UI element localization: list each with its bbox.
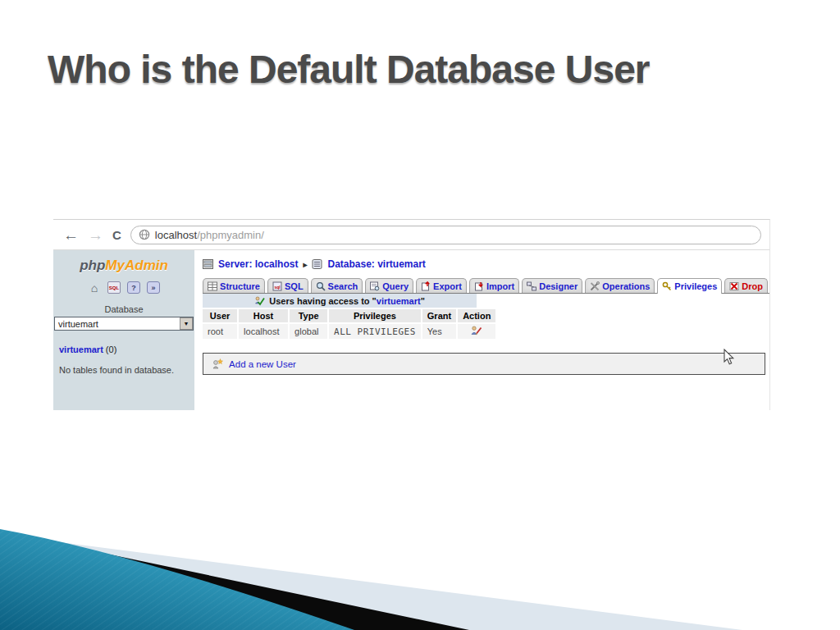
structure-icon: [208, 281, 217, 291]
docs-icon[interactable]: »: [147, 281, 160, 294]
cell-grant: Yes: [422, 324, 456, 339]
url-text: localhost/phpmyadmin/: [155, 229, 264, 241]
tab-structure[interactable]: Structure: [203, 278, 265, 293]
svg-text:sql: sql: [274, 285, 281, 290]
tab-strip: Structure sql SQL Search Query Export: [203, 277, 769, 294]
cell-user: root: [203, 324, 237, 339]
add-user-icon: [212, 358, 223, 369]
tab-query[interactable]: Query: [365, 278, 413, 293]
col-privileges[interactable]: Privileges: [329, 309, 421, 322]
users-caption: Users having access to "virtuemart": [203, 294, 477, 308]
tab-import[interactable]: Import: [469, 278, 519, 293]
export-icon: [421, 281, 431, 291]
database-label: Database: [53, 304, 194, 314]
pma-content: Server: localhost ▸ Database: virtuemart…: [194, 250, 769, 410]
table-header-row: User Host Type Privileges Grant Action: [203, 309, 495, 322]
breadcrumb-database[interactable]: Database: virtuemart: [327, 258, 425, 270]
database-icon: [312, 259, 322, 269]
sql-icon: sql: [272, 281, 282, 291]
forward-icon[interactable]: →: [88, 227, 103, 243]
back-icon[interactable]: ←: [63, 227, 79, 243]
globe-icon: [139, 229, 150, 240]
col-type[interactable]: Type: [290, 309, 327, 322]
caption-text: Users having access to "virtuemart": [269, 296, 425, 306]
server-icon: [203, 259, 213, 269]
decor-teal-triangle: [0, 529, 354, 630]
chevron-down-icon[interactable]: ▼: [180, 317, 193, 330]
tab-drop[interactable]: Drop: [724, 278, 768, 293]
url-host: localhost: [155, 229, 197, 241]
designer-icon: [527, 281, 536, 291]
phpmyadmin-logo: phpMyAdmin: [53, 258, 194, 274]
query-icon: [370, 281, 380, 291]
pma-sidebar: phpMyAdmin ⌂ SQL ? » Database virtuemart…: [53, 250, 194, 410]
breadcrumb-server[interactable]: Server: localhost: [218, 258, 298, 270]
privileges-icon: [662, 281, 672, 291]
browser-toolbar: ← → C localhost/phpmyadmin/: [53, 220, 769, 250]
import-icon: [474, 281, 484, 291]
url-path: /phpmyadmin/: [197, 229, 264, 241]
edit-privileges-icon[interactable]: [471, 326, 482, 336]
reload-icon[interactable]: C: [112, 228, 121, 242]
cell-action: [458, 324, 495, 339]
drop-icon: [729, 281, 739, 291]
help-icon[interactable]: ?: [127, 281, 140, 294]
col-grant[interactable]: Grant: [422, 309, 456, 322]
sidebar-icon-row: ⌂ SQL ? »: [53, 281, 194, 294]
mouse-cursor: [724, 349, 735, 366]
home-icon[interactable]: ⌂: [88, 281, 101, 294]
search-icon: [316, 281, 326, 291]
operations-icon: [590, 281, 600, 291]
slide-canvas: { "slide": { "title": "Who is the Defaul…: [0, 0, 840, 630]
caption-database-name: virtuemart: [377, 296, 421, 306]
page-title: Who is the Default Database User: [48, 47, 786, 92]
database-link[interactable]: virtuemart: [59, 345, 103, 354]
add-user-fieldset: Add a new User: [203, 353, 765, 375]
cell-host: localhost: [239, 324, 288, 339]
database-tree-item: virtuemart (0): [53, 345, 194, 354]
col-action[interactable]: Action: [458, 309, 495, 322]
cell-type: global: [290, 324, 327, 339]
check-user-icon: [254, 296, 265, 306]
tab-privileges[interactable]: Privileges: [657, 278, 722, 294]
browser-screenshot: ← → C localhost/phpmyadmin/ phpMyAdmin ⌂…: [53, 219, 770, 410]
add-user-link[interactable]: Add a new User: [229, 359, 296, 369]
decor-black-triangle: [48, 541, 469, 630]
table-count: (0): [106, 345, 116, 354]
cell-privileges: ALL PRIVILEGES: [329, 324, 421, 339]
col-host[interactable]: Host: [239, 309, 288, 322]
database-select[interactable]: virtuemart ▼: [54, 317, 194, 331]
phpmyadmin-page: phpMyAdmin ⌂ SQL ? » Database virtuemart…: [53, 250, 769, 410]
col-user[interactable]: User: [203, 309, 237, 322]
table-row: root localhost global ALL PRIVILEGES Yes: [203, 324, 495, 339]
breadcrumb-arrow-icon: ▸: [303, 260, 307, 269]
sql-window-icon[interactable]: SQL: [107, 281, 121, 294]
decor-gray-triangle: [48, 541, 742, 630]
tab-designer[interactable]: Designer: [522, 278, 582, 293]
database-select-value: virtuemart: [58, 319, 98, 329]
tab-sql[interactable]: sql SQL: [267, 278, 308, 293]
tab-search[interactable]: Search: [311, 278, 363, 293]
breadcrumb: Server: localhost ▸ Database: virtuemart: [203, 254, 769, 274]
tab-operations[interactable]: Operations: [585, 278, 655, 293]
tab-export[interactable]: Export: [416, 278, 467, 293]
no-tables-message: No tables found in database.: [53, 365, 194, 375]
privileges-table: User Host Type Privileges Grant Action r…: [201, 308, 497, 340]
address-bar[interactable]: localhost/phpmyadmin/: [130, 226, 761, 244]
